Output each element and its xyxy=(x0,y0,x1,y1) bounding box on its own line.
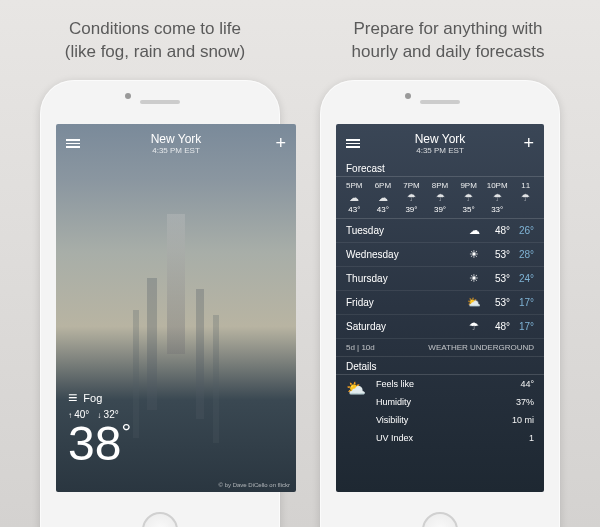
details-icon: ⛅ xyxy=(346,379,366,398)
detail-value: 37% xyxy=(516,397,534,407)
fog-icon: ≡ xyxy=(68,389,77,407)
hour-column: 10PM ☂ 33° xyxy=(483,181,512,214)
details-row: Visibility 10 mi xyxy=(336,411,544,429)
add-location-button[interactable]: + xyxy=(272,133,286,154)
hour-temp: 39° xyxy=(397,205,426,214)
caption-line: hourly and daily forecasts xyxy=(328,41,568,64)
daily-row: Saturday ☂ 48° 17° xyxy=(336,315,544,339)
detail-label: Visibility xyxy=(376,415,408,425)
hour-condition-icon: ☂ xyxy=(436,192,445,203)
hour-time: 11 xyxy=(511,181,540,190)
day-low: 24° xyxy=(510,273,534,284)
weather-screen-current[interactable]: New York 4:35 PM EST + ≡ Fog 40° 32° 38°… xyxy=(56,124,296,492)
photo-credit: © by Dave DiCello on flickr xyxy=(219,482,290,488)
detail-label: UV Index xyxy=(376,433,413,443)
daily-row: Friday ⛅ 53° 17° xyxy=(336,291,544,315)
hour-time: 6PM xyxy=(369,181,398,190)
hour-condition-icon: ☁ xyxy=(378,192,388,203)
header-location[interactable]: New York 4:35 PM EST xyxy=(80,132,272,155)
detail-value: 1 xyxy=(529,433,534,443)
city-name: New York xyxy=(80,132,272,146)
add-location-button[interactable]: + xyxy=(520,133,534,154)
home-button[interactable] xyxy=(142,512,178,527)
day-high: 53° xyxy=(486,297,510,308)
hour-temp: 39° xyxy=(426,205,455,214)
forecast-toggle-row: 5d | 10d WEATHER UNDERGROUND xyxy=(336,339,544,357)
details-row: Feels like 44° xyxy=(336,375,544,393)
hour-condition-icon: ☂ xyxy=(464,192,473,203)
hour-column: 6PM ☁ 43° xyxy=(369,181,398,214)
header-location[interactable]: New York 4:35 PM EST xyxy=(360,132,520,155)
hour-time: 9PM xyxy=(454,181,483,190)
condition-label: Fog xyxy=(83,392,102,404)
day-low: 26° xyxy=(510,225,534,236)
day-name: Saturday xyxy=(346,321,462,332)
hourly-forecast[interactable]: 5PM ☁ 43°6PM ☁ 43°7PM ☂ 39°8PM ☂ 39°9PM … xyxy=(336,177,544,219)
caption-line: Prepare for anything with xyxy=(328,18,568,41)
day-name: Wednesday xyxy=(346,249,462,260)
day-high: 48° xyxy=(486,321,510,332)
home-button[interactable] xyxy=(422,512,458,527)
day-high: 53° xyxy=(486,273,510,284)
hour-time: 10PM xyxy=(483,181,512,190)
promo-caption-left: Conditions come to life (like fog, rain … xyxy=(40,18,270,64)
day-name: Tuesday xyxy=(346,225,462,236)
detail-label: Humidity xyxy=(376,397,411,407)
local-time: 4:35 PM EST xyxy=(360,146,520,155)
current-conditions: ≡ Fog 40° 32° 38° xyxy=(68,389,131,468)
daily-forecast[interactable]: Tuesday ☁ 48° 26°Wednesday ☀ 53° 28°Thur… xyxy=(336,219,544,339)
details-row: UV Index 1 xyxy=(336,429,544,447)
daily-row: Wednesday ☀ 53° 28° xyxy=(336,243,544,267)
hour-condition-icon: ☂ xyxy=(407,192,416,203)
daily-row: Thursday ☀ 53° 24° xyxy=(336,267,544,291)
provider-credit: WEATHER UNDERGROUND xyxy=(428,343,534,352)
day-low: 28° xyxy=(510,249,534,260)
details-row: Humidity 37% xyxy=(336,393,544,411)
day-condition-icon: ☂ xyxy=(462,320,486,333)
day-condition-icon: ☀ xyxy=(462,248,486,261)
hour-temp: 33° xyxy=(483,205,512,214)
hour-temp: 35° xyxy=(454,205,483,214)
caption-line: Conditions come to life xyxy=(40,18,270,41)
city-name: New York xyxy=(360,132,520,146)
phone-mockup-right: New York 4:35 PM EST + Forecast 5PM ☁ 43… xyxy=(320,80,560,527)
hour-condition-icon: ☁ xyxy=(349,192,359,203)
hour-time: 7PM xyxy=(397,181,426,190)
day-name: Friday xyxy=(346,297,462,308)
daily-row: Tuesday ☁ 48° 26° xyxy=(336,219,544,243)
hour-column: 11 ☂ xyxy=(511,181,540,214)
day-high: 48° xyxy=(486,225,510,236)
hour-condition-icon: ☂ xyxy=(521,192,530,203)
local-time: 4:35 PM EST xyxy=(80,146,272,155)
detail-value: 10 mi xyxy=(512,415,534,425)
weather-screen-forecast[interactable]: New York 4:35 PM EST + Forecast 5PM ☁ 43… xyxy=(336,124,544,492)
promo-caption-right: Prepare for anything with hourly and dai… xyxy=(328,18,568,64)
caption-line: (like fog, rain and snow) xyxy=(40,41,270,64)
hour-column: 8PM ☂ 39° xyxy=(426,181,455,214)
range-toggle[interactable]: 5d | 10d xyxy=(346,343,375,352)
day-high: 53° xyxy=(486,249,510,260)
day-low: 17° xyxy=(510,321,534,332)
app-header: New York 4:35 PM EST + xyxy=(56,124,296,159)
app-header: New York 4:35 PM EST + xyxy=(336,124,544,159)
day-condition-icon: ☁ xyxy=(462,224,486,237)
hour-time: 5PM xyxy=(340,181,369,190)
details-title: Details xyxy=(336,357,544,375)
day-condition-icon: ☀ xyxy=(462,272,486,285)
hour-column: 7PM ☂ 39° xyxy=(397,181,426,214)
menu-icon[interactable] xyxy=(346,139,360,148)
hour-column: 9PM ☂ 35° xyxy=(454,181,483,214)
current-temp: 38° xyxy=(68,420,131,468)
day-low: 17° xyxy=(510,297,534,308)
phone-mockup-left: New York 4:35 PM EST + ≡ Fog 40° 32° 38°… xyxy=(40,80,280,527)
hour-time: 8PM xyxy=(426,181,455,190)
hour-temp: 43° xyxy=(369,205,398,214)
detail-label: Feels like xyxy=(376,379,414,389)
day-condition-icon: ⛅ xyxy=(462,296,486,309)
day-name: Thursday xyxy=(346,273,462,284)
hour-column: 5PM ☁ 43° xyxy=(340,181,369,214)
menu-icon[interactable] xyxy=(66,139,80,148)
hour-condition-icon: ☂ xyxy=(493,192,502,203)
detail-value: 44° xyxy=(520,379,534,389)
hour-temp: 43° xyxy=(340,205,369,214)
